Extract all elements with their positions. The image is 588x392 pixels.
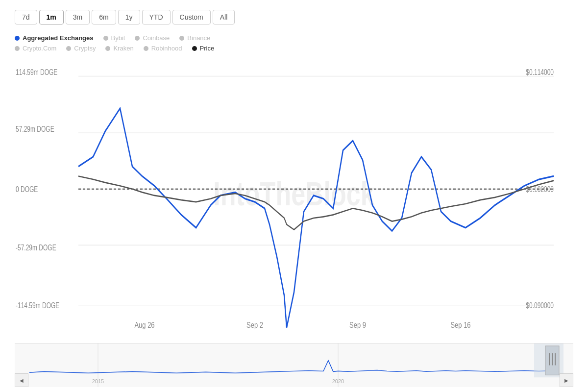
- legend-label: Coinbase: [143, 34, 170, 42]
- legend-dot: [103, 36, 108, 41]
- legend-label: Price: [200, 45, 215, 52]
- x-label-sep2: Sep 2: [246, 320, 263, 329]
- main-container: 7d1m3m6m1yYTDCustomAll Aggregated Exchan…: [0, 0, 588, 392]
- time-btn-6m[interactable]: 6m: [92, 10, 116, 24]
- x-label-sep16: Sep 16: [450, 320, 470, 329]
- legend-item-robinhood[interactable]: Robinhood: [144, 45, 182, 52]
- legend-label: Binance: [187, 34, 210, 42]
- legend-item-kraken[interactable]: Kraken: [105, 45, 133, 52]
- mini-label-2020: 2020: [332, 378, 344, 384]
- legend-dot: [15, 46, 20, 51]
- legend-item-cryptsy[interactable]: Cryptsy: [66, 45, 96, 52]
- y-label-top-right: $0.114000: [526, 68, 554, 76]
- x-label-aug26: Aug 26: [134, 320, 154, 329]
- time-btn-all[interactable]: All: [213, 10, 235, 24]
- legend-item-crypto-com[interactable]: Crypto.Com: [15, 45, 56, 52]
- legend-dot: [135, 36, 140, 41]
- y-label-bot-left: -114.59m DOGE: [16, 301, 59, 310]
- x-label-sep9: Sep 9: [349, 320, 366, 329]
- chart-legend: Aggregated ExchangesBybitCoinbaseBinance…: [15, 34, 573, 52]
- legend-label: Bybit: [111, 34, 125, 42]
- time-btn-ytd[interactable]: YTD: [142, 10, 171, 24]
- legend-item-price[interactable]: Price: [192, 45, 215, 52]
- legend-label: Cryptsy: [74, 45, 96, 52]
- y-label-4-left: -57.29m DOGE: [16, 243, 56, 252]
- legend-dot: [15, 36, 20, 41]
- legend-dot: [105, 46, 110, 51]
- legend-dot: [144, 46, 148, 51]
- y-label-mid-left: 0 DOGE: [16, 185, 38, 194]
- legend-item-coinbase[interactable]: Coinbase: [135, 34, 170, 42]
- legend-dot: [66, 46, 71, 51]
- nav-left-button[interactable]: ◀: [15, 373, 28, 387]
- legend-label: Kraken: [113, 45, 133, 52]
- legend-item-aggregated-exchanges[interactable]: Aggregated Exchanges: [15, 34, 94, 42]
- legend-label: Crypto.Com: [23, 45, 56, 52]
- mini-label-2015: 2015: [92, 378, 104, 384]
- y-label-2-left: 57.29m DOGE: [16, 124, 54, 133]
- time-btn-7d[interactable]: 7d: [15, 10, 37, 24]
- legend-dot: [179, 36, 184, 41]
- time-btn-custom[interactable]: Custom: [172, 10, 211, 24]
- time-btn-3m[interactable]: 3m: [66, 10, 90, 24]
- y-label-top-left: 114.59m DOGE: [16, 68, 57, 76]
- legend-item-bybit[interactable]: Bybit: [103, 34, 125, 42]
- main-chart-svg: 114.59m DOGE 57.29m DOGE 0 DOGE -57.29m …: [15, 57, 573, 341]
- mini-chart-container: 2015 2020 ◀ ▶: [15, 343, 573, 387]
- time-range-selector: 7d1m3m6m1yYTDCustomAll: [15, 10, 573, 24]
- chart-wrapper: 114.59m DOGE 57.29m DOGE 0 DOGE -57.29m …: [15, 57, 573, 387]
- time-btn-1y[interactable]: 1y: [118, 10, 140, 24]
- legend-item-binance[interactable]: Binance: [179, 34, 210, 42]
- mini-chart-svg: 2015 2020: [15, 343, 573, 387]
- legend-dot: [192, 46, 197, 51]
- legend-label: Robinhood: [151, 45, 182, 52]
- time-btn-1m[interactable]: 1m: [39, 10, 64, 24]
- nav-right-button[interactable]: ▶: [560, 373, 573, 387]
- main-chart: 114.59m DOGE 57.29m DOGE 0 DOGE -57.29m …: [15, 57, 573, 341]
- legend-label: Aggregated Exchanges: [23, 34, 94, 42]
- y-label-bot-right: $0.090000: [526, 301, 554, 310]
